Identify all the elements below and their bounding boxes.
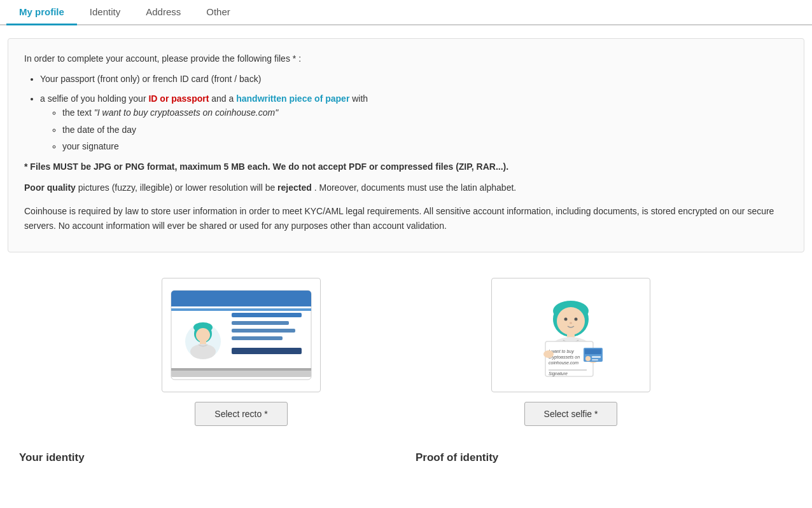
proof-of-identity-label: Proof of identity	[416, 451, 793, 464]
id-or-passport-highlight: ID or passport	[148, 93, 209, 104]
selfie-illustration: I want to buy cryptoassets on coinhouse.…	[507, 284, 634, 386]
requirement-selfie: a selfie of you holding your ID or passp…	[40, 92, 788, 154]
rejected-text: rejected	[277, 182, 312, 193]
svg-point-7	[196, 328, 210, 342]
your-identity-label: Your identity	[19, 451, 396, 464]
with-text: with	[352, 93, 368, 104]
selfie-intro: a selfie of you holding your	[40, 93, 146, 104]
svg-rect-36	[592, 356, 601, 358]
select-recto-button[interactable]: Select recto *	[195, 402, 287, 426]
svg-point-22	[570, 322, 572, 324]
svg-rect-11	[232, 321, 289, 325]
sub-req-signature: your signature	[62, 139, 788, 153]
tab-identity[interactable]: Identity	[77, 0, 133, 25]
svg-rect-14	[232, 348, 302, 354]
file-warning-bold: * Files MUST be JPG or PNG format, maxim…	[24, 161, 270, 172]
upload-section: Select recto *	[0, 265, 812, 439]
id-card-illustration	[168, 284, 314, 386]
svg-text:Signature: Signature	[549, 371, 568, 376]
quality-end-text: . Moreover, documents must use the latin…	[314, 182, 517, 193]
tab-bar: My profile Identity Address Other	[0, 0, 812, 25]
svg-rect-2	[171, 302, 311, 306]
requirement-passport: Your passport (front only) or french ID …	[40, 72, 788, 86]
svg-point-19	[557, 307, 585, 335]
handwritten-highlight: handwritten piece of paper	[236, 93, 349, 104]
file-warning: * Files MUST be JPG or PNG format, maxim…	[24, 160, 788, 174]
svg-rect-3	[171, 308, 311, 311]
tab-address[interactable]: Address	[133, 0, 193, 25]
recto-image-box	[162, 278, 321, 392]
svg-rect-16	[171, 368, 311, 371]
recto-upload-card: Select recto *	[162, 278, 321, 426]
legal-text: Coinhouse is required by law to store us…	[24, 204, 788, 233]
and-a-text: and a	[211, 93, 236, 104]
quality-warning: Poor quality pictures (fuzzy, illegible)…	[24, 181, 788, 195]
select-selfie-button[interactable]: Select selfie *	[524, 402, 618, 426]
svg-rect-13	[232, 336, 283, 340]
quality-normal-text: pictures (fuzzy, illegible) or lower res…	[78, 182, 277, 193]
svg-rect-12	[232, 329, 295, 333]
svg-point-21	[575, 317, 578, 320]
sub-req-text: the text "I want to buy cryptoassets on …	[62, 106, 788, 120]
selfie-upload-card: I want to buy cryptoassets on coinhouse.…	[491, 278, 650, 426]
svg-point-20	[564, 317, 568, 320]
svg-point-35	[585, 356, 591, 361]
tab-my-profile[interactable]: My profile	[6, 0, 77, 25]
svg-rect-10	[232, 313, 302, 317]
svg-rect-37	[592, 359, 598, 360]
svg-rect-34	[585, 349, 601, 354]
sub-requirements: the text "I want to buy cryptoassets on …	[62, 106, 788, 153]
svg-point-31	[543, 350, 554, 358]
tab-other[interactable]: Other	[193, 0, 243, 25]
svg-text:coinhouse.com: coinhouse.com	[549, 360, 578, 365]
intro-text: In order to complete your account, pleas…	[24, 51, 788, 65]
bottom-labels-section: Your identity Proof of identity	[0, 445, 812, 470]
poor-quality-text: Poor quality	[24, 182, 76, 193]
info-box: In order to complete your account, pleas…	[8, 38, 804, 252]
requirements-list: Your passport (front only) or french ID …	[40, 72, 788, 153]
file-warning-nobold: We do not accept PDF or compressed files…	[273, 161, 509, 172]
selfie-image-box: I want to buy cryptoassets on coinhouse.…	[491, 278, 650, 392]
sub-req-date: the date of the day	[62, 123, 788, 137]
